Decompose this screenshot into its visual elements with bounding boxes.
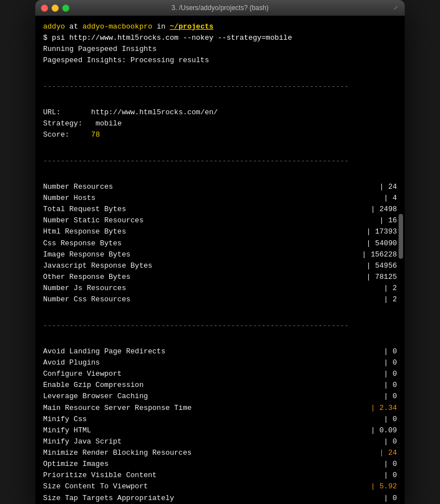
- close-button[interactable]: [41, 4, 48, 12]
- rule-value: | 0: [384, 436, 397, 447]
- score-spacer: [74, 130, 87, 139]
- command-text: psi http://www.html5rocks.com --nokey --…: [52, 32, 292, 44]
- terminal-window: 3. /Users/addyo/projects? (bash) ⤢ addyo…: [35, 0, 405, 504]
- rule-key: Main Resource Server Response Time: [43, 403, 211, 414]
- scrollbar[interactable]: [399, 214, 403, 259]
- stat-row: Number Js Resources| 2: [43, 283, 397, 294]
- stat-key: Number Css Resources: [43, 294, 211, 305]
- rule-value: | 0.09: [371, 425, 397, 436]
- score-value: 78: [91, 130, 100, 139]
- url-spacer: [65, 108, 87, 116]
- strategy-value: mobile: [96, 119, 122, 128]
- prompt-dollar: $: [43, 32, 52, 44]
- stat-key: Total Request Bytes: [43, 204, 211, 215]
- divider-1: ----------------------------------------…: [43, 81, 397, 92]
- rule-key: Leverage Browser Caching: [43, 391, 211, 402]
- prompt-path: ~/projects: [170, 21, 213, 32]
- rule-row: Main Resource Server Response Time| 2.34: [43, 403, 397, 414]
- prompt-at: [65, 21, 69, 32]
- stat-value: | 2: [384, 283, 397, 294]
- prompt-space2: [152, 21, 157, 32]
- stat-value: | 156228: [362, 249, 397, 260]
- prompt-at-word: at: [69, 21, 78, 32]
- rule-value: | 2.34: [371, 403, 397, 414]
- rule-value: | 0: [384, 346, 397, 357]
- strategy-label: Strategy:: [43, 119, 82, 128]
- prompt-space3: [166, 21, 170, 32]
- score-line: Score: 78: [43, 129, 397, 141]
- rule-value: | 5.92: [371, 481, 397, 492]
- stat-key: Javascript Response Bytes: [43, 260, 211, 272]
- prompt-space1: [78, 21, 82, 32]
- stat-key: Number Js Resources: [43, 283, 211, 294]
- rule-value: | 0: [384, 357, 397, 368]
- rule-value: | 0: [384, 391, 397, 402]
- stats-table: Number Resources| 24Number Hosts| 4Total…: [43, 181, 397, 306]
- divider-2: ----------------------------------------…: [43, 156, 397, 167]
- rule-key: Size Tap Targets Appropriately: [43, 493, 211, 504]
- rule-row: Configure Viewport| 0: [43, 368, 397, 380]
- stat-key: Number Hosts: [43, 193, 211, 204]
- divider-3: ----------------------------------------…: [43, 320, 397, 332]
- rule-row: Minimize Render Blocking Resources| 24: [43, 447, 397, 459]
- rule-row: Leverage Browser Caching| 0: [43, 391, 397, 402]
- rule-row: Size Content To Viewport| 5.92: [43, 481, 397, 492]
- stat-value: | 2498: [371, 204, 397, 215]
- titlebar: 3. /Users/addyo/projects? (bash) ⤢: [35, 0, 405, 16]
- stat-row: Number Css Resources| 2: [43, 294, 397, 305]
- stat-key: Css Response Bytes: [43, 238, 211, 249]
- stat-row: Javascript Response Bytes| 54956: [43, 260, 397, 272]
- rules-table: Avoid Landing Page Redirects| 0Avoid Plu…: [43, 346, 397, 504]
- stat-value: | 54956: [366, 260, 397, 272]
- stat-value: | 16: [380, 215, 397, 226]
- stat-row: Css Response Bytes| 54090: [43, 238, 397, 249]
- prompt-in-word: in: [157, 21, 166, 32]
- url-label: URL:: [43, 108, 60, 116]
- terminal-body[interactable]: addyo at addyo-macbookpro in ~/projects …: [35, 16, 405, 504]
- window-controls[interactable]: [41, 4, 69, 12]
- stat-key: Number Static Resources: [43, 215, 211, 226]
- stat-row: Other Response Bytes| 78125: [43, 272, 397, 283]
- minimize-button[interactable]: [52, 4, 59, 12]
- stat-key: Html Response Bytes: [43, 226, 211, 237]
- command-line: $ psi http://www.html5rocks.com --nokey …: [43, 32, 397, 44]
- rule-key: Minify Css: [43, 414, 211, 425]
- rule-row: Avoid Plugins| 0: [43, 357, 397, 368]
- url-line: URL: http://www.html5rocks.com/en/: [43, 107, 397, 118]
- rule-key: Optimize Images: [43, 459, 211, 470]
- rule-row: Optimize Images| 0: [43, 459, 397, 470]
- prompt-user: addyo: [43, 21, 65, 32]
- rule-value: | 0: [384, 368, 397, 380]
- stat-key: Other Response Bytes: [43, 272, 211, 283]
- rule-value: | 0: [384, 493, 397, 504]
- strategy-spacer: [87, 119, 91, 128]
- rule-key: Avoid Landing Page Redirects: [43, 346, 211, 357]
- rule-key: Avoid Plugins: [43, 357, 211, 368]
- rule-key: Size Content To Viewport: [43, 481, 211, 492]
- rule-value: | 0: [384, 459, 397, 470]
- window-title: 3. /Users/addyo/projects? (bash): [171, 4, 268, 12]
- maximize-button[interactable]: [62, 4, 69, 12]
- expand-icon[interactable]: ⤢: [392, 4, 399, 12]
- stat-row: Total Request Bytes| 2498: [43, 204, 397, 215]
- rule-row: Prioritize Visible Content| 0: [43, 470, 397, 481]
- rule-row: Enable Gzip Compression| 0: [43, 380, 397, 391]
- rule-key: Enable Gzip Compression: [43, 380, 211, 391]
- stat-value: | 4: [384, 193, 397, 204]
- stat-row: Image Response Bytes| 156228: [43, 249, 397, 260]
- prompt-host: addyo-macbookpro: [82, 21, 152, 32]
- prompt-line: addyo at addyo-macbookpro in ~/projects: [43, 21, 397, 32]
- stat-value: | 24: [380, 181, 397, 193]
- score-label: Score:: [43, 130, 69, 139]
- rule-row: Minify Css| 0: [43, 414, 397, 425]
- stat-value: | 17393: [366, 226, 397, 237]
- strategy-line: Strategy: mobile: [43, 118, 397, 129]
- rule-key: Prioritize Visible Content: [43, 470, 211, 481]
- stat-value: | 2: [384, 294, 397, 305]
- stat-key: Number Resources: [43, 181, 211, 193]
- rule-row: Avoid Landing Page Redirects| 0: [43, 346, 397, 357]
- stat-row: Number Resources| 24: [43, 181, 397, 193]
- rule-key: Configure Viewport: [43, 368, 211, 380]
- stat-row: Number Static Resources| 16: [43, 215, 397, 226]
- rule-value: | 0: [384, 414, 397, 425]
